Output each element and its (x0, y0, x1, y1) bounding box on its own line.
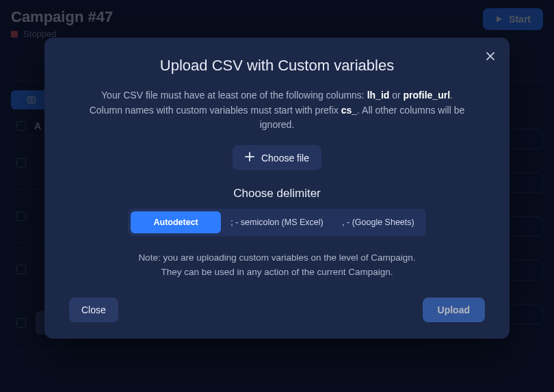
instr-prefix: cs_ (341, 105, 357, 116)
choose-file-button[interactable]: Choose file (233, 145, 321, 170)
delimiter-autodetect[interactable]: Autodetect (131, 211, 221, 233)
modal-title: Upload CSV with Custom variables (69, 57, 485, 75)
modal-instructions: Your CSV file must have at least one of … (85, 88, 469, 133)
upload-csv-modal: Upload CSV with Custom variables Your CS… (44, 38, 510, 339)
instr-col1: lh_id (367, 90, 390, 101)
delimiter-comma[interactable]: , - (Google Sheets) (333, 211, 423, 233)
seg-label: Autodetect (154, 218, 198, 227)
modal-note: Note: you are uploading custom variables… (69, 251, 485, 280)
note-line-1: Note: you are uploading custom variables… (138, 252, 415, 263)
plus-icon (245, 152, 254, 164)
modal-actions: Close Upload (69, 298, 485, 322)
upload-label: Upload (438, 304, 470, 315)
close-icon (485, 49, 496, 64)
upload-button[interactable]: Upload (423, 298, 485, 322)
delimiter-title: Choose delimiter (69, 187, 485, 200)
instr-col2: profile_url (404, 90, 450, 101)
note-line-2: They can be used in any action of the cu… (161, 267, 393, 277)
close-button[interactable]: Close (69, 298, 118, 322)
app-root: Campaign #47 Stopped Start Dashboard (0, 0, 554, 392)
seg-label: , - (Google Sheets) (342, 218, 414, 227)
instr-pre: Your CSV file must have at least one of … (101, 90, 367, 101)
choose-file-label: Choose file (261, 153, 309, 164)
seg-label: ; - semicolon (MS Excel) (230, 218, 323, 227)
close-label: Close (81, 304, 106, 315)
delimiter-segmented-control: Autodetect ; - semicolon (MS Excel) , - … (128, 209, 426, 236)
delimiter-semicolon[interactable]: ; - semicolon (MS Excel) (226, 211, 327, 233)
modal-close-button[interactable] (482, 47, 499, 66)
instr-or: or (389, 90, 403, 101)
choose-file-wrap: Choose file (69, 145, 485, 170)
